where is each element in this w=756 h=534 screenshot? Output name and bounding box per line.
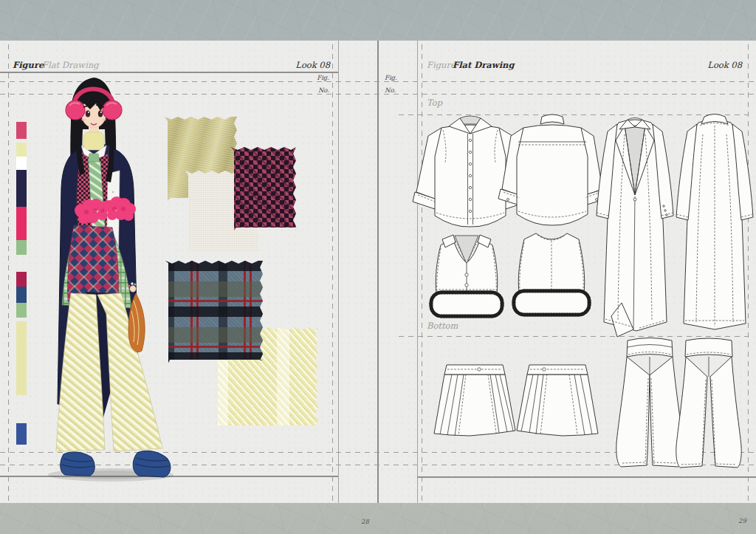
left-page-right-guide: [332, 44, 333, 503]
flat-coat-front: [597, 118, 673, 338]
palette-chip-0: [16, 122, 27, 139]
palette-chip-4: [16, 207, 27, 240]
palette-chip-3: [16, 170, 27, 207]
palette-chip-7: [16, 287, 27, 303]
swatch-pink-houndstooth: [231, 147, 296, 230]
left-page-title: Figure: [13, 61, 44, 70]
left-page-number: 28: [361, 518, 369, 525]
right-no-label: No.: [385, 87, 396, 94]
right-page-number: 29: [738, 518, 746, 524]
spine-line: [377, 41, 379, 503]
portfolio-spread: Figure Flat Drawing Look 08 Fig. No. Fig…: [0, 0, 756, 534]
flat-vest-back: [512, 233, 591, 316]
palette-chip-1: [16, 143, 27, 157]
palette-chip-2: [16, 157, 27, 170]
palette-chip-5: [16, 240, 27, 255]
flat-drawings: [399, 103, 756, 487]
palette-chip-10: [16, 423, 27, 445]
palette-chip-9: [16, 321, 27, 395]
palette-chip-8: [16, 303, 27, 318]
left-margin-guide: [8, 44, 9, 503]
right-look-label: Look 08: [690, 61, 742, 70]
left-fig-label: Fig.: [298, 75, 329, 81]
fashion-figure-illustration: [37, 70, 177, 487]
right-page-title: Figure: [427, 61, 456, 70]
right-page-subtitle: Flat Drawing: [453, 61, 514, 70]
left-no-label: No.: [298, 87, 329, 94]
left-look-label: Look 08: [278, 61, 330, 70]
left-page-edge-line: [338, 41, 339, 503]
flat-skirt-back: [517, 365, 598, 436]
palette-chip-6: [16, 272, 27, 287]
flat-vest-front: [430, 235, 504, 318]
flat-pants-back: [676, 338, 741, 468]
flat-coat-back: [676, 114, 753, 330]
right-fig-label: Fig.: [385, 75, 397, 81]
left-page-subtitle: Flat Drawing: [42, 61, 99, 70]
swatch-tartan-plaid: [165, 261, 263, 363]
flat-skirt-front: [434, 365, 515, 436]
flat-shirt-back: [498, 114, 606, 225]
flat-pants-front: [616, 338, 683, 468]
